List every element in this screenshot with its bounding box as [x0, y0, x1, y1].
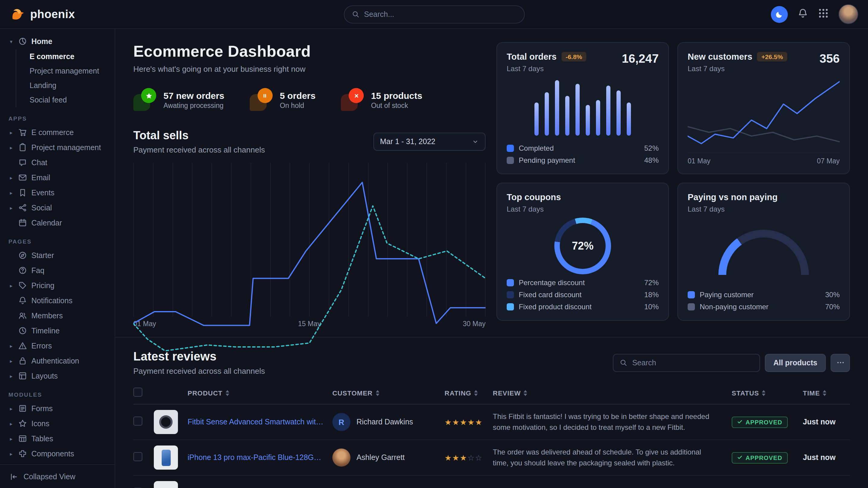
card-period: Last 7 days	[688, 205, 777, 214]
rating-stars: ★★★★★	[444, 418, 493, 426]
sidebar-item-forms[interactable]: ▸Forms	[6, 401, 108, 416]
sidebar-item-starter[interactable]: Starter	[6, 248, 108, 263]
cart-icon	[18, 128, 27, 137]
collapsed-view-toggle[interactable]: Collapsed View	[0, 464, 115, 488]
sidebar-item-timeline[interactable]: Timeline	[6, 323, 108, 338]
sidebar-item-events[interactable]: ▸Events	[6, 185, 108, 200]
sidebar-item-label: Pricing	[31, 281, 54, 290]
sidebar-item-label: Email	[31, 173, 50, 182]
donut-center-label: 72%	[554, 218, 611, 274]
legend-label: Fixed card discount	[519, 291, 582, 299]
sidebar-item-notifications[interactable]: Notifications	[6, 293, 108, 308]
sidebar-item-label: Project management	[31, 143, 101, 152]
stat-on-hold: 5 ordersOn hold	[250, 88, 315, 111]
reviews-subtitle: Payment received across all channels	[133, 366, 265, 376]
column-header-review[interactable]: REVIEW	[493, 389, 732, 397]
share-icon	[18, 203, 27, 212]
caret-right-icon: ▸	[8, 358, 14, 364]
dark-mode-toggle[interactable]	[771, 6, 788, 23]
sidebar-item-faq[interactable]: Faq	[6, 263, 108, 278]
reviews-search[interactable]	[613, 354, 760, 372]
review-time: Just now	[803, 418, 850, 426]
all-products-button[interactable]: All products	[765, 354, 826, 372]
legend-swatch	[507, 145, 514, 152]
moon-icon	[775, 10, 783, 19]
pause-icon	[261, 92, 269, 99]
brand[interactable]: phoenix	[10, 6, 75, 22]
sidebar-item-components[interactable]: ▸Components	[6, 446, 108, 461]
latest-reviews-section: Latest reviews Payment received across a…	[115, 337, 868, 488]
trend-badge: -6.8%	[561, 52, 586, 62]
sidebar-item-social[interactable]: ▸Social	[6, 200, 108, 215]
sort-icon	[226, 390, 229, 396]
rating-stars: ★★★☆☆	[444, 453, 493, 462]
reviews-table-body: Fitbit Sense Advanced Smartwatch with To…	[133, 404, 850, 488]
sidebar-item-authentication[interactable]: ▸Authentication	[6, 353, 108, 368]
sidebar-item-home[interactable]: ▾Home	[6, 34, 108, 49]
table-icon	[18, 434, 27, 443]
sidebar-subitem-e-commerce[interactable]: E commerce	[30, 50, 108, 64]
column-header-time[interactable]: TIME	[803, 389, 850, 397]
caret-right-icon: ▸	[8, 343, 14, 349]
stats-row: 57 new ordersAwating processing5 ordersO…	[133, 88, 486, 111]
order-bar	[586, 105, 590, 136]
product-link[interactable]: iPhone 13 pro max-Pacific Blue-128GB sto…	[188, 453, 324, 462]
sidebar-item-tables[interactable]: ▸Tables	[6, 431, 108, 446]
apps-grid-button[interactable]	[818, 8, 829, 21]
sidebar-item-email[interactable]: ▸Email	[6, 170, 108, 185]
sidebar-item-label: Calendar	[31, 219, 62, 227]
bell-icon	[18, 296, 27, 305]
card-title: Total orders	[507, 52, 556, 62]
row-checkbox[interactable]	[133, 452, 142, 461]
sidebar-item-members[interactable]: Members	[6, 308, 108, 323]
order-bar	[565, 96, 569, 136]
product-link[interactable]: Fitbit Sense Advanced Smartwatch with To…	[188, 418, 324, 426]
more-options-button[interactable]	[831, 354, 850, 372]
legend-row: Fixed product discount10%	[507, 303, 659, 311]
review-time: Just now	[803, 453, 850, 462]
order-bar	[606, 86, 611, 136]
user-avatar[interactable]	[838, 4, 858, 24]
row-checkbox[interactable]	[133, 417, 142, 426]
sidebar-item-label: Social	[31, 203, 52, 212]
sidebar-item-icons[interactable]: ▸Icons	[6, 416, 108, 431]
column-header-customer[interactable]: CUSTOMER	[332, 389, 444, 397]
select-all-checkbox[interactable]	[133, 388, 142, 397]
top-coupons-donut-chart: 72%	[554, 218, 611, 274]
sidebar-item-pricing[interactable]: ▸Pricing	[6, 278, 108, 293]
sidebar-subitem-landing[interactable]: Landing	[30, 78, 108, 93]
column-header-product[interactable]: PRODUCT	[188, 389, 332, 397]
total-orders-legend: Completed52%Pending payment48%	[507, 144, 659, 165]
global-search[interactable]	[343, 5, 525, 23]
collapsed-view-label: Collapsed View	[24, 472, 75, 481]
date-range-select[interactable]: Mar 1 - 31, 2022	[373, 133, 486, 151]
sidebar-item-layouts[interactable]: ▸Layouts	[6, 368, 108, 383]
chat-icon	[18, 158, 27, 167]
reviews-search-input[interactable]	[632, 358, 753, 367]
sidebar-item-calendar[interactable]: Calendar	[6, 215, 108, 230]
total-sells-chart	[133, 163, 486, 317]
legend-row: Pending payment48%	[507, 156, 659, 165]
paying-legend: Paying customer30%Non-paying customer70%	[688, 291, 840, 311]
legend-swatch	[507, 157, 514, 164]
sidebar-item-errors[interactable]: ▸Errors	[6, 338, 108, 353]
sidebar-item-e-commerce[interactable]: ▸E commerce	[6, 125, 108, 140]
sidebar-item-chat[interactable]: Chat	[6, 155, 108, 170]
phoenix-logo-icon	[10, 6, 25, 22]
brand-name: phoenix	[30, 7, 75, 21]
caret-right-icon: ▸	[8, 129, 14, 135]
bell-icon	[798, 8, 808, 19]
notifications-bell-button[interactable]	[798, 8, 808, 21]
global-search-input[interactable]	[364, 10, 517, 19]
total-orders-value: 16,247	[622, 52, 659, 66]
order-bar	[596, 100, 600, 136]
sidebar-subitem-project-management[interactable]: Project management	[30, 64, 108, 78]
legend-swatch	[688, 303, 695, 311]
sidebar-item-project-management[interactable]: ▸Project management	[6, 140, 108, 155]
sidebar-subitem-social-feed[interactable]: Social feed	[30, 93, 108, 107]
stat-caption: Awating processing	[163, 102, 224, 109]
star-outline-icon	[18, 419, 27, 428]
column-header-rating[interactable]: RATING	[444, 389, 493, 397]
column-header-status[interactable]: STATUS	[732, 389, 803, 397]
navbar-actions	[771, 4, 858, 24]
